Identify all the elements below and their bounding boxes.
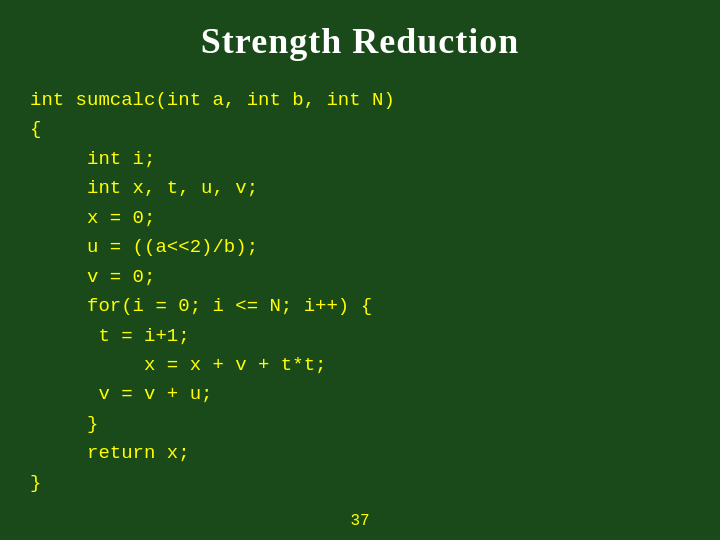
code-line: u = ((a<<2)/b); <box>30 233 720 262</box>
code-line: for(i = 0; i <= N; i++) { <box>30 292 720 321</box>
slide-title: Strength Reduction <box>0 20 720 62</box>
code-line: } <box>30 469 720 498</box>
slide: Strength Reduction int sumcalc(int a, in… <box>0 0 720 540</box>
code-line: x = 0; <box>30 204 720 233</box>
code-line: return x; <box>30 439 720 468</box>
code-line: v = 0; <box>30 263 720 292</box>
page-number: 37 <box>350 512 369 530</box>
code-line: int i; <box>30 145 720 174</box>
code-block: int sumcalc(int a, int b, int N){ int i;… <box>30 86 720 498</box>
code-line: { <box>30 115 720 144</box>
code-line: v = v + u; <box>30 380 720 409</box>
code-line: int x, t, u, v; <box>30 174 720 203</box>
code-line: int sumcalc(int a, int b, int N) <box>30 86 720 115</box>
code-line: t = i+1; <box>30 322 720 351</box>
code-line: } <box>30 410 720 439</box>
code-line: x = x + v + t*t; <box>30 351 720 380</box>
